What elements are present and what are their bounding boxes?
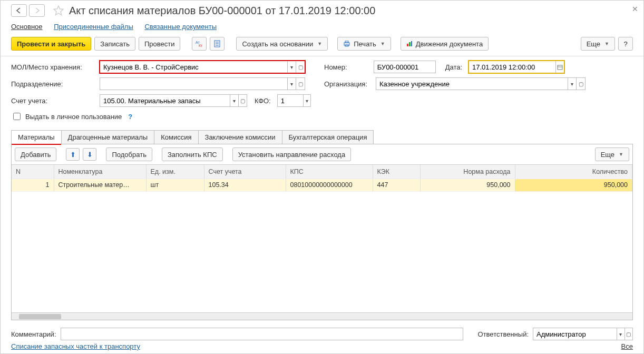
number-field[interactable]: [374, 61, 436, 73]
post-button[interactable]: Провести: [139, 37, 181, 51]
org-field[interactable]: ▾ ▢: [376, 77, 586, 90]
caret-down-icon: ▼: [380, 41, 385, 46]
date-field[interactable]: [469, 61, 564, 73]
tab-materials[interactable]: Материалы: [11, 130, 62, 144]
col-acct[interactable]: Счет учета: [204, 165, 286, 179]
dropdown-icon[interactable]: ▾: [287, 61, 296, 73]
dept-label: Подразделение:: [11, 80, 95, 88]
move-down-button[interactable]: ⬇: [83, 148, 96, 161]
viewtab-attached[interactable]: Присоединенные файлы: [54, 23, 133, 31]
col-kek[interactable]: КЭК: [373, 165, 420, 179]
open-icon[interactable]: ▢: [625, 328, 632, 340]
cell-kek[interactable]: 447: [373, 179, 420, 191]
table-more-button[interactable]: Еще▼: [595, 148, 629, 161]
org-input[interactable]: [376, 78, 568, 90]
responsible-field[interactable]: ▾ ▢: [533, 328, 633, 340]
viewtab-main[interactable]: Основное: [11, 23, 43, 31]
dropdown-icon[interactable]: ▾: [287, 78, 296, 90]
responsible-label: Ответственный:: [478, 330, 529, 338]
nav-forward-button[interactable]: [29, 4, 45, 17]
col-norm[interactable]: Норма расхода: [420, 165, 515, 179]
movements-button[interactable]: Движения документа: [401, 37, 489, 51]
print-button[interactable]: Печать▼: [337, 37, 391, 51]
date-label: Дата:: [445, 63, 462, 71]
help-icon[interactable]: ?: [128, 113, 132, 121]
cell-nomen[interactable]: Строительные матер…: [54, 179, 146, 191]
add-row-button[interactable]: Добавить: [15, 148, 56, 161]
cell-kps[interactable]: 08010000000000000: [286, 179, 373, 191]
dropdown-icon[interactable]: ▾: [568, 78, 577, 90]
caret-down-icon: ▼: [317, 41, 322, 46]
svg-rect-9: [407, 44, 408, 46]
responsible-input[interactable]: [533, 328, 617, 340]
caret-down-icon: ▼: [619, 152, 623, 157]
close-icon[interactable]: ✕: [632, 5, 638, 13]
personal-use-checkbox[interactable]: Выдать в личное пользование: [11, 111, 122, 122]
col-uom[interactable]: Ед. изм.: [146, 165, 204, 179]
dropdown-icon[interactable]: ▾: [303, 95, 310, 106]
kfo-input[interactable]: [278, 95, 304, 106]
col-qty[interactable]: Количество: [515, 165, 632, 179]
comment-field[interactable]: [61, 328, 463, 340]
mol-field[interactable]: ▾ ▢: [100, 61, 305, 73]
horizontal-scrollbar[interactable]: [12, 312, 632, 320]
caret-down-icon: ▼: [604, 41, 609, 46]
open-icon[interactable]: ▢: [576, 78, 585, 90]
account-field[interactable]: ▾ ▢: [100, 94, 247, 107]
pick-button[interactable]: Подобрать: [106, 148, 152, 161]
nav-back-button[interactable]: [11, 4, 27, 17]
svg-rect-12: [558, 65, 562, 70]
tab-commission[interactable]: Комиссия: [154, 130, 198, 144]
account-label: Счет учета:: [11, 97, 95, 105]
open-icon[interactable]: ▢: [296, 61, 305, 73]
svg-rect-7: [345, 41, 348, 43]
cell-acct[interactable]: 105.34: [204, 179, 286, 191]
all-link[interactable]: Все: [621, 342, 633, 350]
report-icon-button[interactable]: [210, 37, 225, 51]
table-row[interactable]: 1 Строительные матер… шт 105.34 08010000…: [12, 179, 632, 191]
help-button[interactable]: ?: [618, 37, 633, 51]
more-button[interactable]: Еще▼: [581, 37, 615, 51]
number-input[interactable]: [374, 61, 435, 73]
dropdown-icon[interactable]: ▾: [617, 328, 625, 340]
org-label: Организация:: [324, 80, 367, 88]
viewtab-related[interactable]: Связанные документы: [144, 23, 217, 31]
debit-credit-icon-button[interactable]: АтКт: [192, 37, 207, 51]
mol-input[interactable]: [100, 61, 287, 73]
col-kps[interactable]: КПС: [286, 165, 373, 179]
move-up-button[interactable]: ⬆: [66, 148, 80, 161]
svg-text:Кт: Кт: [199, 44, 203, 47]
mol-label: МОЛ/Место хранения:: [11, 63, 95, 71]
kfo-field[interactable]: ▾: [277, 94, 311, 107]
cell-uom[interactable]: шт: [146, 179, 204, 191]
cell-n[interactable]: 1: [12, 179, 54, 191]
cell-norm[interactable]: 950,000: [420, 179, 515, 191]
dept-field[interactable]: ▾ ▢: [100, 77, 305, 90]
post-and-close-button[interactable]: Провести и закрыть: [11, 37, 91, 51]
tab-conclusion[interactable]: Заключение комиссии: [198, 130, 282, 144]
kfo-label: КФО:: [255, 97, 271, 105]
bottom-link[interactable]: Списание запасных частей к транспорту: [11, 342, 140, 350]
dropdown-icon[interactable]: ▾: [230, 95, 238, 106]
favorite-icon[interactable]: [53, 5, 64, 16]
open-icon[interactable]: ▢: [296, 78, 305, 90]
set-direction-button[interactable]: Установить направление расхода: [232, 148, 352, 161]
cell-qty[interactable]: 950,000: [515, 179, 632, 191]
date-input[interactable]: [469, 61, 555, 73]
open-icon[interactable]: ▢: [238, 95, 247, 106]
create-based-button[interactable]: Создать на основании▼: [236, 37, 328, 51]
tab-accounting[interactable]: Бухгалтерская операция: [282, 130, 374, 144]
personal-use-input[interactable]: [13, 113, 21, 120]
account-input[interactable]: [100, 95, 230, 106]
fill-kps-button[interactable]: Заполнить КПС: [162, 148, 223, 161]
col-n[interactable]: N: [12, 165, 54, 179]
calendar-icon[interactable]: [555, 61, 564, 73]
dept-input[interactable]: [100, 78, 287, 90]
save-button[interactable]: Записать: [94, 37, 135, 51]
materials-table[interactable]: N Номенклатура Ед. изм. Счет учета КПС К…: [12, 165, 632, 192]
printer-icon: [343, 41, 350, 47]
col-nomen[interactable]: Номенклатура: [54, 165, 146, 179]
comment-label: Комментарий:: [11, 330, 56, 338]
tab-precious[interactable]: Драгоценные материалы: [61, 130, 155, 144]
comment-input[interactable]: [61, 328, 463, 340]
